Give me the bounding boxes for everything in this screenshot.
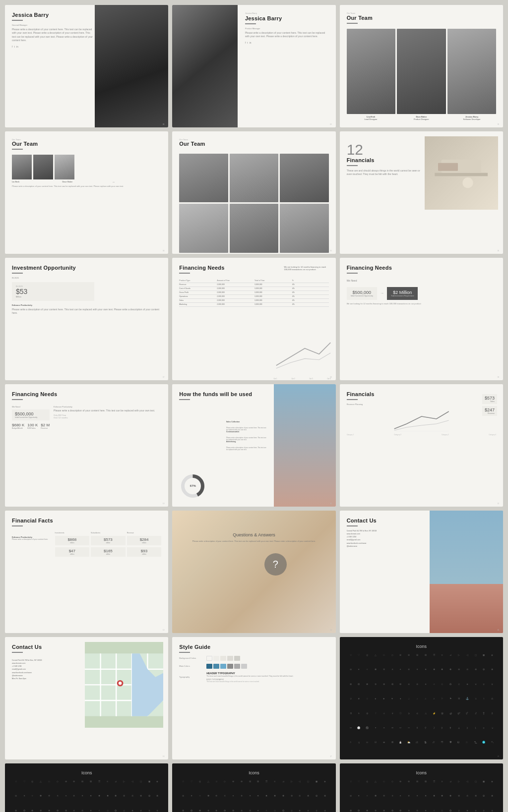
slide-2-social-in[interactable]: in: [250, 41, 252, 44]
icon-cell: ✶: [246, 792, 254, 800]
icon-cell: ❋: [137, 792, 145, 800]
slide-1-divider: [12, 20, 23, 21]
slide-4-photo-1: [12, 155, 32, 179]
slide-11-item-2-desc: Please write a description of your conte…: [226, 437, 267, 441]
icon-cell: ✳: [388, 792, 396, 800]
slide-17-main-swatches: [206, 664, 247, 669]
icon-cell: ⛄: [396, 739, 404, 747]
slide-3-photo-2: [397, 29, 445, 115]
slide-7-amount: $53: [16, 288, 90, 295]
slide-17-typo-header: HEADER TYPOGRAPHY: [206, 672, 328, 675]
slide-10-layout: We Need $500,000 Initial Investment Oppo…: [12, 406, 161, 429]
slide-9-divider: [347, 273, 358, 274]
icon-cell: ✱: [204, 792, 212, 800]
icon-cell: ◎: [29, 777, 37, 785]
slide-4-title: Our Team: [12, 141, 161, 147]
slide-2-social-f[interactable]: f: [245, 41, 246, 44]
icon-cell: ▷: [455, 777, 463, 785]
icon-cell: ✫: [455, 807, 463, 812]
icon-cell: ◎: [363, 777, 371, 785]
slide-18-title: Icons: [347, 644, 496, 649]
icon-cell: ♩: [405, 695, 413, 702]
slide-8-chart-svg: [273, 333, 330, 375]
slide-6-img: [425, 136, 498, 210]
icon-cell: ◻: [304, 777, 312, 785]
icon-cell: ❋: [304, 792, 312, 800]
icon-cell: ♡: [20, 777, 28, 785]
slide-12-chart-svg: [347, 406, 496, 431]
icon-cell: ⊕: [229, 777, 237, 785]
icon-cell: ⊠: [254, 777, 262, 785]
icon-cell: ⚩: [347, 724, 355, 732]
icon-cell: ✦: [355, 665, 363, 673]
icon-cell: ✪: [279, 807, 287, 812]
slide-2-photo-inner: [172, 5, 238, 127]
slide-11-item-2: Communication Please write a description…: [226, 431, 267, 441]
icon-cell: □: [380, 777, 388, 785]
icon-cell: ❀: [321, 792, 329, 800]
icon-cell: ✴: [396, 665, 404, 673]
icon-cell: ❁: [347, 680, 355, 688]
icon-cell: ✩: [438, 680, 446, 688]
slide-10-stat-1: $500,000 Initial Investment Opportunity: [12, 409, 50, 420]
slide-8-cat-2: Cat 2: [291, 378, 295, 380]
icon-cell: ✧: [262, 807, 270, 812]
icon-cell: ◎: [196, 777, 204, 785]
slide-16-hours: Mon-Fri: 8am-6pm: [12, 677, 87, 680]
icon-cell: ⚪: [355, 724, 363, 732]
slide-1-social-t[interactable]: t: [14, 45, 14, 48]
slide-2-social: f t in: [245, 41, 329, 44]
slide-8-row-5: Sales 2,000,000 3,000,000 4%: [179, 299, 328, 303]
slide-6-desk-svg: [428, 140, 494, 206]
slide-8-row-3-c1: Gross Profit: [179, 291, 216, 293]
slide-15-sky: [430, 511, 503, 584]
slide-9-box-1-label: Initial Investment Opportunity: [351, 295, 373, 297]
slide-style-guide: Style Guide Background Colors Main Color…: [172, 637, 335, 759]
icon-cell: ⚯: [396, 724, 404, 732]
icon-cell: ⚵: [446, 724, 454, 732]
slide-18-icons: ☆♡◎△□◇⊕⊗⊞⊠☰≡⊿▷◁◻◼◈⊛✦✧✱✲✳✴✵✶✷✸✹✺❉❊❋✿❀❁❂❃❄…: [347, 651, 496, 753]
icon-cell: ✲: [213, 792, 221, 800]
slide-17-swatch-main-4: [227, 664, 233, 669]
slide-financing-needs-3: Financing Needs We Need $500,000 Initial…: [5, 384, 168, 507]
svg-point-2: [463, 177, 473, 188]
slide-8-row-2-c4: 4%: [292, 288, 329, 290]
slide-9-box-2-label: Total Investment Requirement: [391, 295, 414, 297]
slide-13-r2-v3: $93 million: [127, 547, 162, 557]
slide-10-extra-body-2: Over 12 months: [54, 416, 161, 419]
icon-cell: ✮: [480, 680, 488, 688]
slide-1-social-in[interactable]: in: [16, 45, 18, 48]
slide-13-r2-v1: $47 million: [55, 547, 90, 557]
slide-4-name-2: Dave Baker: [62, 180, 111, 183]
slide-8-row-1-c3: 3,000,000: [254, 284, 291, 286]
slide-jessica-barry-1: Jessica Barry General Manager Please wri…: [5, 5, 168, 127]
slide-14-body: Please write a description of your conte…: [179, 540, 328, 542]
slide-9-box-2-amount: $2 Million: [391, 290, 414, 295]
icon-cell: ❂: [355, 680, 363, 688]
icon-cell: ✹: [104, 792, 112, 800]
icon-cell: ❊: [246, 807, 254, 812]
icon-cell: ☰: [430, 651, 438, 659]
slide-5-photo-4: [179, 204, 228, 252]
slide-5-photo-5: [230, 204, 278, 252]
slide-20-icons: ☆♡◎△□◇⊕⊗⊞⊠☰≡⊿▷◁◻◼◈⊛✦✧✱✲✳✴✵✶✷✸✹✺❉❊❋✿❀❁❂❃❄…: [179, 777, 328, 812]
slide-7-left: IN 2025 IN 2025 $53 Million Enhance Prod…: [12, 277, 161, 373]
slide-13-r1-v1-unit: million: [57, 542, 88, 544]
slide-7-divider: [12, 273, 23, 274]
slide-4-name-3: —: [113, 180, 161, 183]
icon-cell: △: [37, 777, 45, 785]
icon-cell: ⚑: [446, 695, 454, 702]
slide-3-name-1-role: Lead Designer: [347, 118, 395, 120]
slide-3-photo-3: [447, 29, 496, 115]
slide-8-row-1-c2: 2,000,000: [217, 284, 254, 286]
slide-13-r2-v3-unit: million: [129, 553, 160, 555]
icon-cell: ◈: [488, 651, 496, 659]
slide-10-we-need: We Need: [12, 406, 50, 408]
slide-3-names: LisaTrick Lead Designer Dave Baker Produ…: [347, 116, 496, 120]
slide-11-item-1-name: Sales Collection: [226, 421, 267, 423]
slide-1-social-f[interactable]: f: [12, 45, 12, 48]
icon-cell: ⚭: [380, 724, 388, 732]
slide-2-social-t[interactable]: t: [247, 41, 248, 44]
icon-cell: ◼: [313, 777, 320, 785]
icon-cell: ❁: [179, 807, 187, 812]
